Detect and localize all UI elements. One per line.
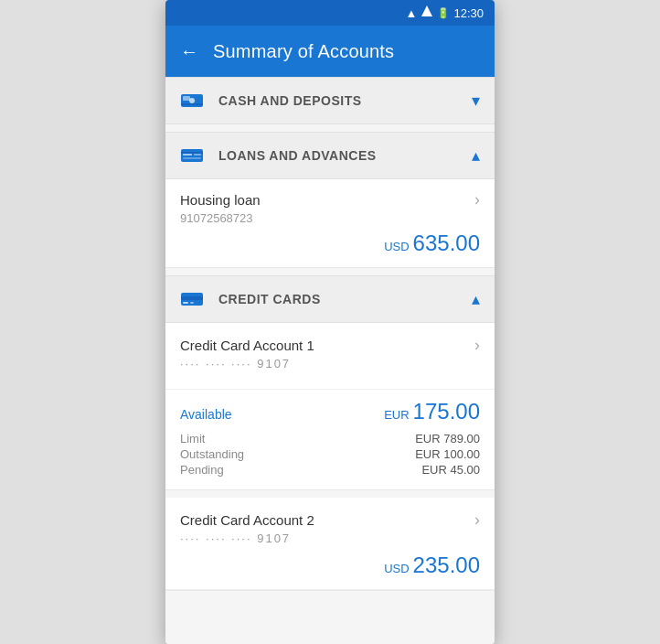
svg-rect-11 (181, 296, 203, 300)
cc1-outstanding-label: Outstanding (180, 447, 244, 461)
cash-deposits-chevron: ▾ (472, 91, 480, 111)
loan-chevron-right: › (474, 190, 480, 209)
spacer1 (165, 124, 495, 132)
svg-rect-4 (181, 103, 203, 105)
phone-container: ▲ 🔋 12:30 ← Summary of Accounts (165, 0, 495, 644)
cc2-balance-row: USD 235.00 (180, 553, 480, 578)
cc2-name-row: Credit Card Account 2 › (180, 510, 480, 530)
status-icons: ▲ 🔋 12:30 (406, 5, 484, 21)
cc2-number: ···· ···· ···· 9107 (180, 531, 480, 545)
signal-icon (420, 5, 433, 21)
cc1-outstanding-value: EUR 100.00 (415, 447, 480, 461)
cc1-outstanding-row: Outstanding EUR 100.00 (180, 447, 480, 461)
loan-currency: USD (384, 240, 409, 253)
cc1-available-currency: EUR (384, 408, 409, 422)
loan-amount: 635.00 (413, 231, 480, 256)
credit-card-icon (180, 290, 204, 308)
cash-deposits-section-header[interactable]: CASH AND DEPOSITS ▾ (165, 77, 495, 124)
status-time: 12:30 (453, 6, 484, 20)
loan-number: 91072568723 (180, 211, 480, 225)
credit-card-1-section: Credit Card Account 1 › ···· ···· ···· 9… (165, 323, 495, 490)
svg-marker-0 (421, 5, 432, 16)
app-header: ← Summary of Accounts (165, 26, 495, 77)
loans-section-header[interactable]: LOANS AND ADVANCES ▴ (165, 132, 495, 179)
credit-card-1-item[interactable]: Credit Card Account 1 › ···· ···· ···· 9… (165, 323, 495, 390)
svg-rect-12 (183, 302, 188, 304)
page-title: Summary of Accounts (213, 41, 394, 62)
cc2-amount: 235.00 (413, 553, 480, 578)
loans-icon (180, 146, 204, 165)
cash-icon (180, 91, 204, 110)
cc1-available-label: Available (180, 407, 232, 422)
svg-rect-13 (190, 302, 194, 304)
cc1-available-amount-wrap: EUR 175.00 (384, 399, 480, 424)
cc1-limit-value: EUR 789.00 (415, 432, 480, 445)
content-area: CASH AND DEPOSITS ▾ LOANS AND ADVANCES ▴ (165, 77, 495, 644)
loans-chevron: ▴ (472, 145, 480, 166)
credit-card-2-section: Credit Card Account 2 › ···· ···· ···· 9… (165, 498, 495, 591)
loans-account-section: Housing loan › 91072568723 USD 635.00 (165, 179, 495, 268)
svg-rect-2 (183, 96, 190, 101)
cc1-pending-label: Pending (180, 463, 224, 477)
cash-deposits-label: CASH AND DEPOSITS (218, 93, 472, 108)
cc1-chevron-right: › (474, 336, 480, 355)
cc1-limit-row: Limit EUR 789.00 (180, 432, 480, 445)
loan-balance-row: USD 635.00 (180, 231, 480, 256)
spacer2 (165, 268, 495, 275)
cc1-pending-value: EUR 45.00 (421, 463, 480, 477)
cc2-chevron-right: › (474, 510, 480, 530)
housing-loan-item[interactable]: Housing loan › 91072568723 USD 635.00 (165, 179, 495, 267)
battery-icon: 🔋 (437, 7, 450, 19)
loan-name-row: Housing loan › (180, 190, 480, 209)
cc1-name-row: Credit Card Account 1 › (180, 336, 480, 355)
cc1-pending-row: Pending EUR 45.00 (180, 463, 480, 477)
wifi-icon: ▲ (406, 6, 418, 20)
loan-name: Housing loan (180, 192, 261, 208)
cc2-currency: USD (384, 562, 409, 575)
credit-card-2-item[interactable]: Credit Card Account 2 › ···· ···· ···· 9… (165, 498, 495, 590)
cc1-limit-label: Limit (180, 432, 205, 445)
spacer3 (165, 490, 495, 498)
cc1-name: Credit Card Account 1 (180, 338, 314, 353)
cc1-number: ···· ···· ···· 9107 (180, 357, 480, 370)
status-bar: ▲ 🔋 12:30 (165, 0, 495, 26)
svg-point-3 (189, 98, 195, 103)
credit-cards-label: CREDIT CARDS (218, 292, 472, 306)
cc1-available-amount: 175.00 (413, 399, 480, 424)
cc1-available-row: Available EUR 175.00 (180, 399, 480, 424)
back-button[interactable]: ← (180, 41, 198, 62)
svg-rect-8 (183, 157, 201, 159)
loans-label: LOANS AND ADVANCES (218, 148, 472, 163)
svg-rect-9 (181, 152, 203, 154)
cc1-details: Available EUR 175.00 Limit EUR 789.00 Ou… (165, 390, 495, 489)
credit-cards-chevron: ▴ (472, 289, 480, 309)
credit-cards-section-header[interactable]: CREDIT CARDS ▴ (165, 275, 495, 323)
cc2-name: Credit Card Account 2 (180, 512, 314, 528)
